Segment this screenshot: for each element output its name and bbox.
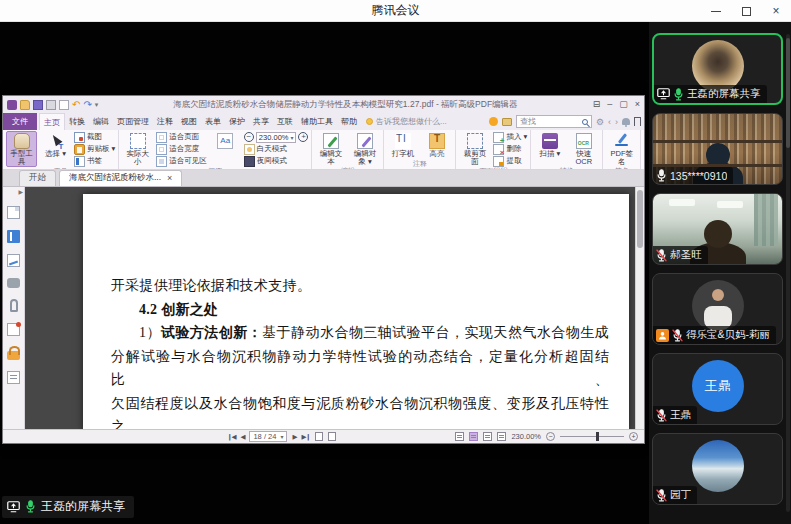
ribbon-tab-注释[interactable]: 注释 — [153, 113, 177, 130]
close-tab-icon[interactable]: × — [167, 174, 172, 183]
tool-bookmark[interactable]: 书签 — [74, 156, 115, 166]
layers-icon[interactable] — [7, 371, 20, 384]
zoom-slider[interactable] — [560, 436, 624, 437]
tool-clipboard[interactable]: 剪贴板 ▾ — [74, 144, 115, 154]
tool-pdf-sign[interactable]: PDF签名 — [606, 131, 637, 167]
view-mode-3-icon[interactable] — [483, 432, 492, 441]
participant-tile[interactable]: 园丁 — [652, 433, 783, 505]
bookmarks-icon[interactable] — [7, 230, 20, 243]
document-canvas[interactable]: 开采提供理论依据和技术支持。4.2 创新之处1）试验方法创新：基于静动水合物三轴… — [25, 187, 635, 429]
maximize-button[interactable] — [731, 0, 761, 22]
open-file-icon[interactable] — [20, 100, 30, 110]
comments-icon[interactable] — [7, 278, 20, 288]
save-icon[interactable] — [33, 100, 43, 110]
tool-scan[interactable]: 扫描 ▾ — [534, 131, 565, 167]
scrollbar-thumb[interactable] — [637, 190, 643, 248]
next-arrow-icon[interactable]: › — [615, 117, 618, 127]
doc-tab-start[interactable]: 开始 — [19, 170, 56, 186]
tool-edit-text[interactable]: 编辑文本 — [315, 131, 346, 167]
pdf-minimize-icon[interactable]: – — [607, 100, 612, 109]
ribbon-toggle-icon[interactable]: ⊟ — [593, 100, 601, 109]
view-mode-1-icon[interactable] — [455, 432, 464, 441]
redo-icon[interactable]: ↷ — [83, 100, 91, 110]
ribbon-tab-辅助工具[interactable]: 辅助工具 — [297, 113, 337, 130]
ribbon-tab-互联[interactable]: 互联 — [273, 113, 297, 130]
bookmark-flag-icon[interactable] — [634, 117, 641, 126]
minimize-button[interactable] — [701, 0, 731, 22]
single-page-view-icon[interactable] — [315, 432, 323, 441]
pdf-close-icon[interactable]: × — [635, 100, 640, 109]
ribbon-tab-编辑[interactable]: 编辑 — [89, 113, 113, 130]
zoom-out-icon[interactable] — [244, 132, 254, 142]
participant-tile[interactable]: 得乐宝&贝妈-莉丽 — [652, 273, 783, 345]
vertical-scrollbar[interactable] — [635, 187, 644, 429]
next-page-button[interactable]: ▶ — [292, 433, 296, 441]
tool-actual-size[interactable]: 实际大小 — [122, 131, 153, 167]
form-fields-icon[interactable] — [7, 323, 20, 336]
ocr-icon — [576, 133, 592, 149]
ribbon-tab-主页[interactable]: 主页 — [39, 113, 65, 130]
signatures-icon[interactable] — [7, 254, 20, 267]
tool-ocr[interactable]: 快速OCR — [568, 131, 599, 167]
ribbon-tab-视图[interactable]: 视图 — [177, 113, 201, 130]
find-box[interactable]: 查找 — [516, 115, 592, 128]
ribbon-tab-转换[interactable]: 转换 — [65, 113, 89, 130]
tool-edit-object[interactable]: 编辑对象 ▾ — [349, 131, 380, 167]
tool-insert[interactable]: 插入 ▾ — [493, 132, 527, 142]
tool-hand[interactable]: 手型工具 — [6, 131, 37, 167]
zoom-level-select[interactable]: 230.00%▾ — [256, 132, 297, 143]
page-thumbnails-icon[interactable] — [7, 206, 20, 219]
attachments-icon[interactable] — [10, 299, 18, 312]
ribbon-tab-帮助[interactable]: 帮助 — [337, 113, 361, 130]
view-mode-2-icon[interactable] — [469, 432, 478, 441]
security-icon[interactable] — [7, 351, 20, 360]
tool-extract[interactable]: 提取 — [493, 156, 527, 166]
ribbon-tab-保护[interactable]: 保护 — [225, 113, 249, 130]
undo-icon[interactable]: ↶ — [72, 100, 80, 110]
tool-fit-visible[interactable]: 适合可见区 — [156, 156, 207, 166]
tell-me-box[interactable]: 告诉我您想做什么... — [361, 113, 452, 130]
tool-night-mode[interactable]: 夜间模式 — [244, 156, 309, 166]
nav-collapse-arrow[interactable]: ▶ — [18, 188, 23, 195]
sidebar-scrollbar[interactable] — [786, 34, 790, 512]
participant-tile[interactable]: 王磊的屏幕共享 — [652, 33, 783, 105]
tool-fit-width[interactable]: 适合宽度 — [156, 144, 207, 154]
ribbon-tab-文件[interactable]: 文件 — [3, 113, 37, 130]
ribbon-tab-表单[interactable]: 表单 — [201, 113, 225, 130]
participant-tile[interactable]: 135****0910 — [652, 113, 783, 185]
prev-arrow-icon[interactable]: ‹ — [608, 117, 611, 127]
tool-delete[interactable]: 删除 — [493, 144, 527, 154]
tool-day-mode[interactable]: 白天模式 — [244, 144, 309, 154]
tool-crop[interactable]: 裁剪页面 — [459, 131, 490, 167]
sidebar-scrollbar-thumb[interactable] — [786, 38, 790, 148]
participant-tile[interactable]: 郝圣旺 — [652, 193, 783, 265]
tool-snapshot[interactable]: 截图 — [74, 132, 115, 142]
gear-icon[interactable]: ⚙ — [596, 117, 604, 127]
last-page-button[interactable]: ▶❙ — [301, 433, 309, 441]
tool-typewriter[interactable]: 打字机 — [387, 131, 418, 160]
tool-highlight[interactable]: 高亮 — [421, 131, 452, 160]
first-page-button[interactable]: ❙◀ — [227, 433, 235, 441]
prev-page-button[interactable]: ◀ — [240, 433, 244, 441]
zoom-in-icon[interactable] — [298, 132, 308, 142]
pdf-restore-icon[interactable]: ▢ — [619, 100, 628, 109]
export-icon[interactable] — [502, 118, 512, 126]
zoom-in-button[interactable]: + — [629, 432, 638, 441]
continuous-view-icon[interactable] — [328, 432, 336, 441]
close-button[interactable]: × — [761, 0, 791, 22]
zoom-out-button[interactable]: − — [546, 432, 555, 441]
page-number-box[interactable]: 18 / 24 ▾ — [249, 431, 287, 442]
mail-icon[interactable] — [59, 100, 69, 110]
tool-reflow[interactable] — [210, 131, 241, 167]
doc-tab-current[interactable]: 海底欠固结泥质粉砂水... × — [59, 170, 182, 186]
print-icon[interactable] — [46, 100, 56, 110]
view-mode-4-icon[interactable] — [497, 432, 506, 441]
tool-cursor[interactable]: 选择 ▾ — [40, 131, 71, 167]
zoom-slider-handle[interactable] — [596, 432, 599, 441]
participant-tile[interactable]: 王鼎王鼎 — [652, 353, 783, 425]
tool-fit-page[interactable]: 适合页面 — [156, 132, 207, 142]
ribbon-tab-共享[interactable]: 共享 — [249, 113, 273, 130]
help-orange-icon[interactable] — [489, 117, 498, 126]
bell-icon[interactable] — [622, 118, 630, 125]
ribbon-tab-页面管理[interactable]: 页面管理 — [113, 113, 153, 130]
